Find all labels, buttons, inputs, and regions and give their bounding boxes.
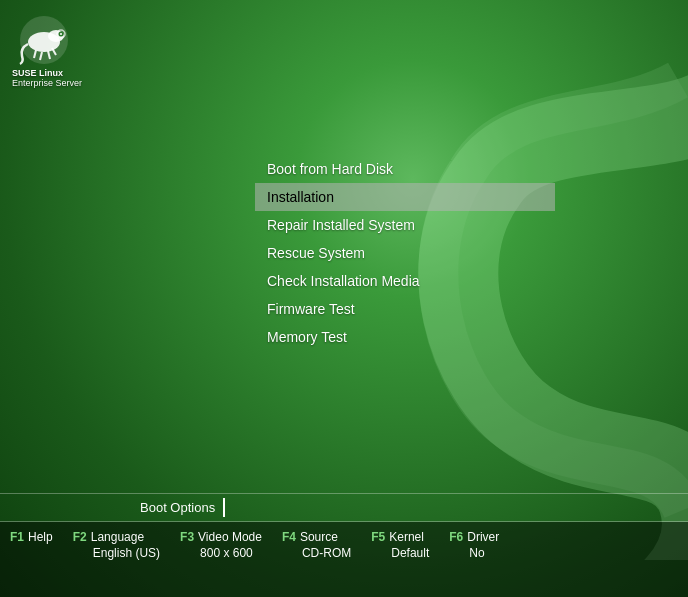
menu-item-0[interactable]: Boot from Hard Disk xyxy=(255,155,555,183)
svg-point-4 xyxy=(60,33,62,35)
menu-item-1[interactable]: Installation xyxy=(255,183,555,211)
logo-line2: Enterprise Server xyxy=(12,78,82,88)
logo-text: SUSE Linux Enterprise Server xyxy=(12,68,82,88)
fkey-group-f4[interactable]: F4SourceCD-ROM xyxy=(282,530,351,560)
fkey-group-f1[interactable]: F1Help xyxy=(10,530,53,544)
menu-item-5[interactable]: Firmware Test xyxy=(255,295,555,323)
fkey-key-f3: F3 xyxy=(180,530,194,544)
fkey-value-f3: 800 x 600 xyxy=(180,546,253,560)
menu-item-4[interactable]: Check Installation Media xyxy=(255,267,555,295)
suse-logo-icon xyxy=(12,12,76,68)
fkey-name-f6: Driver xyxy=(467,530,499,544)
fkey-key-f1: F1 xyxy=(10,530,24,544)
fkey-name-f4: Source xyxy=(300,530,338,544)
boot-options-input[interactable] xyxy=(223,498,688,517)
logo: SUSE Linux Enterprise Server xyxy=(12,12,82,88)
menu-item-3[interactable]: Rescue System xyxy=(255,239,555,267)
logo-line1: SUSE Linux xyxy=(12,68,82,78)
boot-options-label: Boot Options xyxy=(140,500,215,515)
fkey-name-f5: Kernel xyxy=(389,530,424,544)
fkey-group-f6[interactable]: F6DriverNo xyxy=(449,530,499,560)
fkey-name-f3: Video Mode xyxy=(198,530,262,544)
boot-menu: Boot from Hard DiskInstallationRepair In… xyxy=(255,155,555,351)
fkey-value-f2: English (US) xyxy=(73,546,160,560)
fkey-value-f4: CD-ROM xyxy=(282,546,351,560)
menu-item-6[interactable]: Memory Test xyxy=(255,323,555,351)
fkey-value-f6: No xyxy=(449,546,484,560)
boot-options-bar: Boot Options xyxy=(0,493,688,522)
fkeys-bar: F1HelpF2LanguageEnglish (US)F3Video Mode… xyxy=(0,522,688,597)
fkey-name-f1: Help xyxy=(28,530,53,544)
fkey-value-f5: Default xyxy=(371,546,429,560)
fkey-group-f5[interactable]: F5KernelDefault xyxy=(371,530,429,560)
fkey-key-f6: F6 xyxy=(449,530,463,544)
fkey-key-f4: F4 xyxy=(282,530,296,544)
fkey-group-f3[interactable]: F3Video Mode800 x 600 xyxy=(180,530,262,560)
fkey-key-f5: F5 xyxy=(371,530,385,544)
fkey-group-f2[interactable]: F2LanguageEnglish (US) xyxy=(73,530,160,560)
menu-item-2[interactable]: Repair Installed System xyxy=(255,211,555,239)
fkey-key-f2: F2 xyxy=(73,530,87,544)
fkey-name-f2: Language xyxy=(91,530,144,544)
